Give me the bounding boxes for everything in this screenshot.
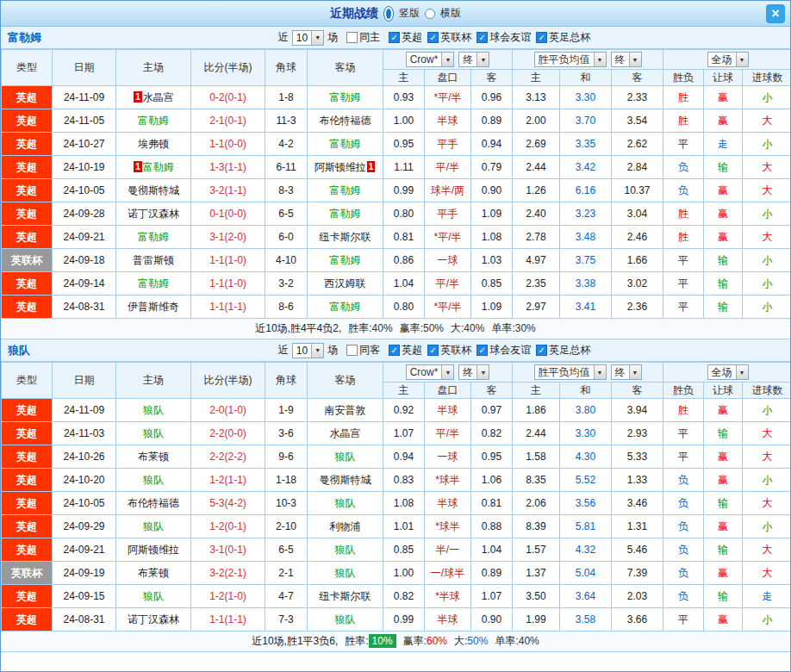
bookmaker-select[interactable]: Crow*▼ (406, 52, 455, 67)
odds-home: 0.82 (383, 585, 425, 608)
handicap-result-cell: 输 (704, 538, 743, 562)
match-date: 24-10-26 (53, 445, 116, 469)
mean-odds-select[interactable]: 胜平负均值▼ (534, 52, 607, 67)
corners: 8-3 (265, 179, 308, 202)
home-team: 狼队 (116, 515, 191, 538)
col-header-type: 类型 (2, 363, 53, 399)
footer-stat: 胜率:10% (345, 635, 396, 647)
away-team: 利物浦 (308, 515, 383, 538)
odds-home: 0.86 (383, 249, 425, 272)
odds-home: 0.80 (383, 296, 425, 319)
odds-home: 0.99 (383, 179, 425, 202)
corners: 6-5 (265, 202, 308, 226)
home-team: 富勒姆 (116, 109, 191, 133)
matches-table: 类型 日期 主场 比分(半场) 角球 客场 Crow*▼ 终▼ 胜平负均 (1, 49, 791, 319)
goals-result-cell: 大 (743, 538, 791, 562)
mean-home-odds: 1.58 (513, 445, 560, 469)
subheader-odds-home: 主 (383, 383, 425, 399)
league-filter-checkbox[interactable]: ✓球会友谊 (476, 343, 531, 358)
mean-home-odds: 1.26 (513, 179, 560, 202)
match-row: 英超24-08-31诺丁汉森林1-1(1-1)7-3狼队0.99半球0.901.… (2, 608, 791, 632)
corners: 2-10 (265, 515, 308, 538)
stat-value: 60% (427, 635, 447, 647)
mean-away-odds: 3.66 (612, 608, 663, 632)
league-type-badge: 英超 (2, 133, 53, 156)
handicap-line: *球半 (425, 515, 471, 538)
mean-odds-select[interactable]: 胜平负均值▼ (534, 364, 607, 380)
league-filter-checkbox[interactable]: ✓英超 (389, 343, 422, 358)
close-button[interactable]: × (766, 4, 785, 23)
subheader-result: 胜负 (663, 70, 704, 86)
subheader-odds-home: 主 (383, 70, 425, 86)
odds-time-select[interactable]: 终▼ (458, 364, 489, 380)
odds-away: 0.85 (471, 272, 513, 296)
odds-home: 0.94 (383, 445, 425, 469)
mean-away-odds: 2.93 (612, 422, 663, 445)
goals-result-cell: 小 (743, 608, 791, 632)
league-filter-checkbox[interactable]: ✓英足总杯 (536, 343, 590, 358)
stat-label: 大: (451, 322, 464, 334)
corners: 6-11 (265, 156, 308, 179)
goals-result-cell: 小 (743, 202, 791, 226)
odds-home: 0.93 (383, 86, 425, 109)
handicap-result-cell: 输 (704, 296, 743, 319)
match-row: 英超24-10-26布莱顿2-2(2-2)9-6狼队0.94一球0.951.58… (2, 445, 791, 469)
handicap-result-cell: 走 (704, 133, 743, 156)
mean-away-odds: 3.94 (612, 399, 663, 422)
vertical-layout-radio[interactable] (383, 6, 394, 22)
home-team: 狼队 (116, 422, 191, 445)
mean-away-odds: 2.33 (612, 86, 663, 109)
home-team: 1富勒姆 (116, 156, 191, 179)
score: 1-1(1-0) (191, 249, 265, 272)
score: 3-2(1-1) (191, 179, 265, 202)
match-count-select[interactable]: 10▼ (292, 30, 324, 46)
chevron-down-icon: ▼ (441, 365, 453, 379)
odds-away: 0.96 (471, 86, 513, 109)
home-team: 伊普斯维奇 (116, 296, 191, 319)
odds-away: 0.81 (471, 492, 513, 515)
mean-draw-odds: 3.38 (560, 272, 612, 296)
mean-away-odds: 3.04 (612, 202, 663, 226)
chevron-down-icon: ▼ (629, 53, 641, 66)
match-count-select[interactable]: 10▼ (292, 343, 324, 358)
score: 3-2(2-1) (191, 562, 265, 585)
match-row: 英超24-09-29狼队1-2(0-1)2-10利物浦1.01*球半0.888.… (2, 515, 791, 538)
same-venue-checkbox[interactable]: 同客 (346, 343, 380, 358)
subheader-goals-result: 进球数 (743, 383, 791, 399)
scope-select[interactable]: 全场▼ (707, 52, 749, 67)
handicap-result-cell: 赢 (704, 562, 743, 585)
same-venue-checkbox[interactable]: 同主 (346, 30, 380, 45)
mean-time-select[interactable]: 终▼ (611, 52, 642, 67)
section-footer: 近10场,胜1平3负6, 胜率:10%赢率:60%大:50%单率:40% (1, 632, 790, 652)
chevron-down-icon: ▼ (476, 365, 489, 379)
horizontal-layout-radio[interactable] (425, 9, 435, 19)
match-date: 24-11-09 (53, 399, 116, 422)
odds-time-select[interactable]: 终▼ (458, 52, 489, 67)
away-team: 富勒姆 (308, 202, 383, 226)
league-type-badge: 英超 (2, 515, 53, 538)
corners: 9-6 (265, 445, 308, 469)
result-cell: 负 (663, 492, 704, 515)
odds-away: 0.89 (471, 109, 513, 133)
bookmaker-select[interactable]: Crow*▼ (406, 364, 455, 380)
footer-stat: 单率:40% (495, 635, 539, 647)
checkbox-icon: ✓ (536, 32, 547, 43)
mean-away-odds: 1.33 (612, 469, 663, 492)
league-filter-checkbox[interactable]: ✓英联杯 (427, 30, 471, 45)
league-filter-checkbox[interactable]: ✓英超 (389, 30, 422, 45)
score: 0-2(0-1) (191, 86, 265, 109)
match-date: 24-10-05 (53, 492, 116, 515)
goals-result-cell: 小 (743, 86, 791, 109)
scope-select[interactable]: 全场▼ (707, 364, 749, 380)
mean-time-select[interactable]: 终▼ (611, 364, 642, 380)
league-filter-label: 英足总杯 (549, 30, 590, 45)
league-filter-checkbox[interactable]: ✓英足总杯 (536, 30, 590, 45)
league-filter-checkbox[interactable]: ✓英联杯 (427, 343, 471, 358)
vertical-layout-label: 竖版 (399, 6, 420, 21)
league-filters-1: ✓英超✓英联杯✓球会友谊✓英足总杯 (383, 343, 590, 358)
match-date: 24-09-21 (53, 538, 116, 562)
league-filter-checkbox[interactable]: ✓球会友谊 (476, 30, 531, 45)
chevron-down-icon: ▼ (594, 53, 606, 66)
team-name: 狼队 (8, 343, 30, 358)
stat-value: 40% (372, 322, 393, 334)
